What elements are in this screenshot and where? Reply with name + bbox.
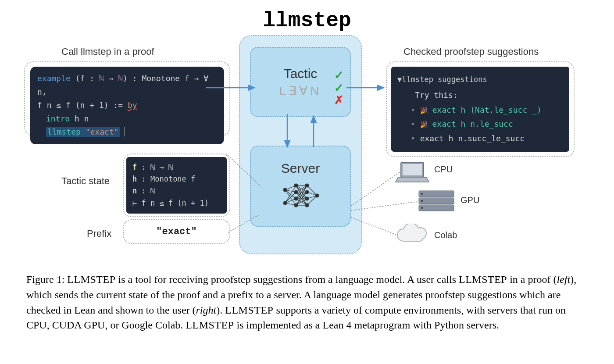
- lean-logo: L∃∀N: [279, 84, 322, 98]
- svg-point-35: [305, 190, 309, 194]
- svg-point-36: [305, 197, 309, 200]
- suggestion-item[interactable]: • exact h n.succ_le_succ: [411, 132, 561, 146]
- svg-line-4: [285, 186, 296, 203]
- tactic-state-container: f : ℕ → ℕ h : Monotone f n : ℕ ⊢ f n ≤ f…: [123, 153, 230, 217]
- vertical-arrows: [272, 114, 333, 153]
- svg-line-45: [351, 171, 401, 206]
- svg-point-28: [283, 188, 287, 192]
- suggestions-header: ▼llmstep suggestions: [397, 73, 561, 86]
- check-icons: ✓ ✓ ✗: [334, 69, 344, 107]
- dotted-connector-1: [226, 149, 265, 193]
- svg-rect-51: [419, 198, 454, 204]
- diagram-title: llmstep: [263, 9, 351, 32]
- svg-rect-49: [403, 164, 422, 175]
- cpu-label: CPU: [434, 164, 453, 175]
- party-icon: 🎉: [420, 107, 428, 114]
- prefix-container: "exact": [123, 219, 230, 244]
- server-label: Server: [281, 161, 320, 176]
- party-icon: 🎉: [420, 121, 428, 128]
- cross-icon: ✗: [334, 94, 344, 107]
- check-icon: ✓: [334, 82, 344, 94]
- svg-point-32: [294, 197, 298, 200]
- prefix-value: "exact": [156, 226, 196, 237]
- svg-line-46: [351, 202, 417, 211]
- tactic-state: f : ℕ → ℕ h : Monotone f n : ℕ ⊢ f n ≤ f…: [126, 157, 227, 214]
- try-this-label: Try this:: [415, 88, 561, 102]
- svg-rect-50: [419, 191, 454, 197]
- proof-code: example (f : ℕ → ℕ) : Monotone f → ∀ n, …: [30, 67, 224, 144]
- svg-point-31: [294, 190, 298, 194]
- colab-label: Colab: [434, 230, 457, 240]
- code-line-2: f n ≤ f (n + 1) := by: [37, 99, 217, 112]
- flow-arrow-2: [346, 83, 390, 96]
- tactic-label: Tactic: [284, 66, 318, 81]
- code-container: example (f : ℕ → ℕ) : Monotone f → ∀ n, …: [24, 61, 230, 136]
- svg-point-34: [305, 184, 309, 187]
- figure-caption: Figure 1: LLMSTEP is a tool for receivin…: [26, 272, 588, 333]
- svg-point-29: [283, 201, 287, 205]
- svg-point-37: [305, 203, 309, 207]
- svg-point-53: [421, 193, 423, 195]
- svg-point-30: [294, 184, 298, 187]
- suggestions-container: ▼llmstep suggestions Try this: • 🎉 exact…: [386, 61, 575, 157]
- gpu-label: GPU: [460, 195, 479, 205]
- suggestion-item[interactable]: • 🎉 exact h (Nat.le_succ _): [411, 103, 561, 117]
- cloud-icon: [393, 224, 432, 248]
- left-heading: Call llmstep in a proof: [61, 46, 154, 57]
- tactic-box: Tactic L∃∀N ✓ ✓ ✗: [250, 47, 351, 117]
- svg-point-38: [315, 194, 319, 197]
- neural-network-icon: [278, 181, 322, 212]
- right-heading: Checked proofstep suggestions: [403, 46, 539, 57]
- svg-point-55: [421, 207, 423, 209]
- code-line-4: llmstep "exact": [37, 125, 217, 139]
- svg-point-33: [294, 203, 298, 207]
- code-line-3: intro h n: [37, 112, 217, 126]
- tactic-state-label: Tactic state: [61, 175, 110, 187]
- suggestions-panel: ▼llmstep suggestions Try this: • 🎉 exact…: [391, 67, 569, 152]
- svg-rect-52: [419, 205, 454, 211]
- gpu-server-icon: [417, 189, 456, 215]
- check-icon: ✓: [334, 69, 344, 82]
- laptop-icon: [395, 160, 430, 186]
- code-line-1: example (f : ℕ → ℕ) : Monotone f → ∀ n,: [37, 72, 217, 99]
- prefix-label: Prefix: [87, 228, 111, 239]
- svg-line-43: [226, 153, 261, 186]
- dotted-connector-2: [228, 215, 263, 239]
- flow-arrow-1: [206, 83, 263, 96]
- svg-point-54: [421, 200, 423, 202]
- svg-line-44: [228, 215, 259, 232]
- suggestion-item[interactable]: • 🎉 exact h n.le_succ: [411, 117, 561, 131]
